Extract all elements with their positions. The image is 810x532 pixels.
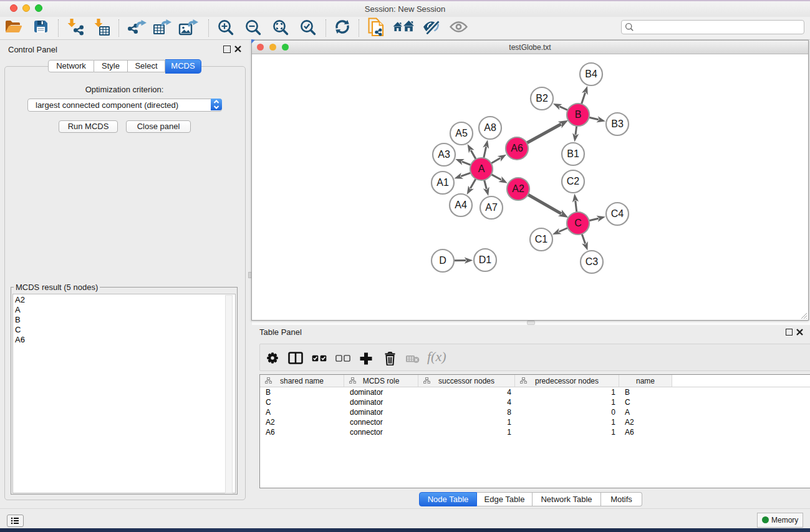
svg-text:A4: A4 bbox=[455, 200, 467, 210]
svg-text:C4: C4 bbox=[611, 208, 624, 219]
svg-text:A1: A1 bbox=[436, 177, 449, 188]
svg-text:A7: A7 bbox=[485, 202, 498, 213]
svg-text:B4: B4 bbox=[585, 69, 597, 79]
svg-text:C3: C3 bbox=[586, 256, 599, 267]
svg-text:C2: C2 bbox=[567, 176, 580, 186]
svg-text:D1: D1 bbox=[479, 254, 492, 265]
svg-text:B1: B1 bbox=[567, 148, 579, 159]
svg-text:C: C bbox=[574, 218, 582, 228]
svg-text:A3: A3 bbox=[438, 149, 450, 160]
svg-text:A5: A5 bbox=[455, 128, 468, 138]
svg-text:A: A bbox=[478, 163, 485, 174]
svg-text:A8: A8 bbox=[484, 122, 496, 133]
svg-text:A6: A6 bbox=[511, 143, 523, 153]
svg-text:A2: A2 bbox=[512, 183, 524, 194]
svg-text:C1: C1 bbox=[535, 234, 548, 244]
svg-text:B3: B3 bbox=[611, 118, 624, 129]
svg-text:B: B bbox=[575, 109, 582, 120]
svg-text:D: D bbox=[439, 255, 446, 266]
svg-text:B2: B2 bbox=[536, 93, 548, 104]
